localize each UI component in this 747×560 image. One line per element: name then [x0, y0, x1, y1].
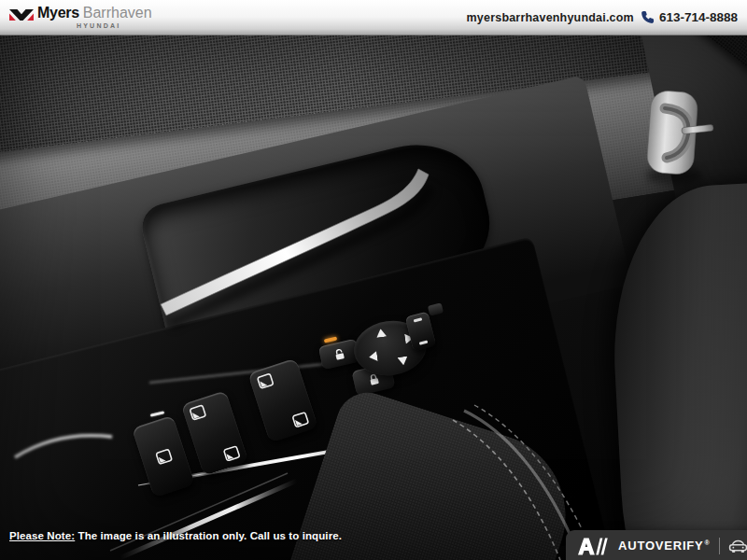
- phone-link[interactable]: 613-714-8888: [641, 10, 738, 24]
- disclaimer-note: Please Note: The image is an illustratio…: [9, 530, 342, 541]
- car-icon: [728, 539, 747, 553]
- registered-mark: ®: [705, 539, 711, 546]
- autoverify-logo-icon: [578, 538, 610, 555]
- dealer-name: Myers: [37, 6, 79, 21]
- dealer-contact: myersbarrhavenhyundai.com 613-714-8888: [467, 10, 738, 24]
- vehicle-photo[interactable]: Please Note: The image is an illustratio…: [0, 35, 747, 560]
- phone-number: 613-714-8888: [659, 10, 738, 24]
- dealer-listing-image: Myers Barrhaven HYUNDAI myersbarrhavenhy…: [0, 0, 747, 560]
- phone-icon: [641, 10, 655, 24]
- mirror-left-arrow-icon: [368, 351, 377, 362]
- dealer-logo: Myers Barrhaven HYUNDAI: [9, 6, 152, 29]
- dealer-brand: HYUNDAI: [37, 22, 152, 29]
- dealer-location: Barrhaven: [83, 6, 152, 21]
- autoverify-badge[interactable]: AUTOVERIFY®: [566, 530, 747, 560]
- note-label: Please Note:: [9, 530, 75, 541]
- mirror-down-arrow-icon: [397, 357, 408, 366]
- note-text: The image is an illustration only. Call …: [75, 530, 342, 541]
- seat-bolster: [606, 179, 747, 560]
- myers-logo-icon: [9, 7, 34, 22]
- badge-divider: [719, 538, 720, 554]
- autoverify-brand: AUTOVERIFY: [618, 539, 704, 553]
- website-link[interactable]: myersbarrhavenhyundai.com: [467, 11, 634, 24]
- unlock-icon: [332, 346, 347, 362]
- mirror-up-arrow-icon: [375, 328, 387, 337]
- dealer-header-banner: Myers Barrhaven HYUNDAI myersbarrhavenhy…: [0, 0, 747, 35]
